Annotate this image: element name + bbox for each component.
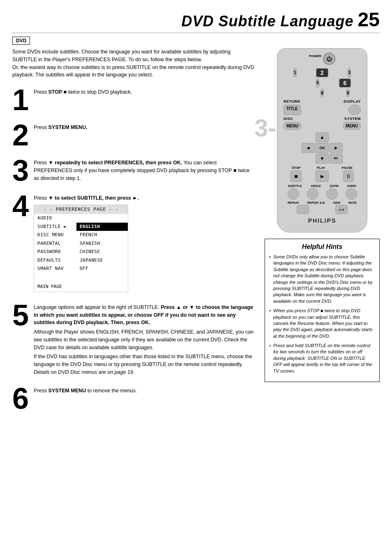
subtitle-row-labels: SUBTITLE ANGLE ZOOM AUDIO [284,184,361,187]
remote-container: 3-5 1 POWER ⏻ 1 2 [265,48,380,233]
btn-3[interactable]: 3 [348,68,351,77]
angle-label-txt: ANGLE [311,184,321,187]
zoom-label-txt: ZOOM [330,184,338,187]
stop-label: STOP [292,166,301,170]
intro-para1: Some DVDs include subtitles. Choose the … [12,48,256,64]
system-menu-button[interactable]: MENU [343,122,361,130]
step-6: 6 Press SYSTEM MENU to remove the menus. [12,384,256,413]
remote-wrapper: 3-5 1 POWER ⏻ 1 2 [277,48,367,233]
hint-3: Press and hold SUBTITLE on the remote co… [269,343,375,374]
btn-8[interactable]: 8 [321,89,324,97]
page-number: 25 [358,8,380,31]
menu-item-parental: PARENTAL [34,240,76,248]
step-1-text: Press STOP ■ twice to stop DVD playback. [34,88,256,96]
disc-system-labels: DISC SYSTEM [284,117,361,121]
menu-item-disc: DISC MENU [34,231,76,240]
btn-1[interactable]: 1 [293,68,297,77]
title-button[interactable]: TITLE [284,105,301,115]
subtitle-button[interactable] [288,188,299,200]
play-button[interactable]: ► [316,170,329,182]
num-row-3: 7 8 9 [284,89,361,97]
menu-table: AUDIO SUBTITLE ► ENGLISH DISC MENU FRENC… [34,214,128,273]
repeat-ab-button[interactable]: A-B [335,205,348,214]
hint-1: Some DVDs only allow you to choose Subti… [269,254,375,304]
nav-grid: ▲ ◄ OK ► ▼ ⏭ [302,132,343,164]
hint-2: When you press STOP ■ twice to stop DVD … [269,308,375,339]
disc-menu-button[interactable]: MENU [284,122,301,130]
audio-label-txt: AUDIO [347,184,357,187]
main-layout: Some DVDs include subtitles. Choose the … [12,48,380,419]
return-display-labels: RETURN DISPLAY [284,99,361,104]
repeat-ab-label-txt: REPEAT A-B [307,201,325,204]
menu-item-password-val: CHINESE [76,248,128,256]
dvd-badge: DVD [12,37,30,45]
step-6-text: Press SYSTEM MENU to remove the menus. [34,387,256,395]
repeat-row-labels: REPEAT REPEAT A-B VIEW MUTE [284,201,361,204]
btn-9[interactable]: 9 [346,89,350,97]
step-number-6: 6 [12,384,29,413]
right-column: 3-5 1 POWER ⏻ 1 2 [265,48,380,419]
page-title: DVD Subtitle Language [182,13,354,30]
repeat-label-txt: REPEAT [288,201,299,204]
menu-row-disc: DISC MENU FRENCH [34,231,128,240]
menu-main-page: MAIN PAGE [34,282,128,292]
step-5-text-normal1: Although the Player shows ENGLISH, FRENC… [34,328,256,351]
num-row-2: 4 5 6 [284,78,361,88]
menu-item-subtitle-val: ENGLISH [76,223,128,231]
audio-button[interactable] [346,188,357,200]
nav-right-button[interactable]: ► [330,143,343,153]
menu-row-smartnav: SMART NAV OFF [34,265,128,273]
nav-down-button[interactable]: ▼ [316,154,329,164]
step-1: 1 Press STOP ■ twice to stop DVD playbac… [12,85,256,115]
angle-button[interactable] [307,188,318,200]
menu-item-parental-val: SPANISH [76,240,128,248]
left-column: Some DVDs include subtitles. Choose the … [12,48,256,419]
btn-6[interactable]: 6 [339,78,351,88]
repeat-buttons: A-B [284,205,361,214]
step-4-content: Press ▼ to select SUBTITLE, then press ►… [34,191,256,295]
brand-logo: PHILIPS [284,217,361,224]
menu-footer [34,273,128,283]
step-3-text: Press ▼ repeatedly to select PREFERENCES… [34,159,256,182]
step-5-text-normal2: If the DVD has subtitles in languages ot… [34,353,256,376]
step-5-text-bold: Language options will appear to the righ… [34,304,256,327]
intro-text: Some DVDs include subtitles. Choose the … [12,48,256,79]
nav-empty-bl [302,154,315,164]
page-container: DVD Subtitle Language 25 DVD Some DVDs i… [0,0,392,555]
hints-list: Some DVDs only allow you to choose Subti… [269,254,375,374]
disc-label: DISC [284,117,293,121]
step-1-content: Press STOP ■ twice to stop DVD playback. [34,85,256,98]
repeat-button[interactable] [297,205,309,214]
ok-button[interactable]: OK [316,143,329,153]
btn-2[interactable]: 2 [316,68,328,77]
nav-empty-tl [302,132,315,142]
nav-up-button[interactable]: ▲ [316,132,329,142]
remote-power-area: POWER ⏻ [284,53,361,65]
nav-left-button[interactable]: ◄ [302,143,315,153]
stop-button[interactable]: ■ [291,170,301,182]
menu-item-password: PASSWORD [34,248,76,256]
return-label: RETURN [284,99,300,104]
power-button[interactable]: ⏻ [323,53,335,65]
display-button[interactable] [348,105,361,115]
step-3: 3 Press ▼ repeatedly to select PREFERENC… [12,156,256,185]
step-4-text: Press ▼ to select SUBTITLE, then press ►… [34,194,256,202]
step-2-content: Press SYSTEM MENU. [34,120,256,133]
step-number-3: 3 [12,156,29,185]
playback-labels: STOP PLAY PAUSE [284,166,361,170]
menu-item-smartnav: SMART NAV [34,265,76,273]
zoom-button[interactable] [326,188,338,200]
pause-button[interactable]: II [343,170,354,182]
nav-skip-button[interactable]: ⏭ [330,154,343,164]
nav-empty-tr [330,132,343,142]
display-label: DISPLAY [344,99,361,104]
nav-cross: ▲ ◄ OK ► ▼ ⏭ [302,132,343,164]
menu-row-subtitle: SUBTITLE ► ENGLISH [34,223,128,231]
menu-item-subtitle: SUBTITLE ► [34,223,76,231]
intro-para2: Or, the easiest way to choose subtitles … [12,64,256,79]
menu-row-audio: AUDIO [34,214,128,223]
btn-5[interactable]: 5 [316,78,319,88]
playback-buttons: ■ ► II [284,170,361,182]
mute-label-txt: MUTE [348,201,357,204]
step-3-content: Press ▼ repeatedly to select PREFERENCES… [34,156,256,184]
